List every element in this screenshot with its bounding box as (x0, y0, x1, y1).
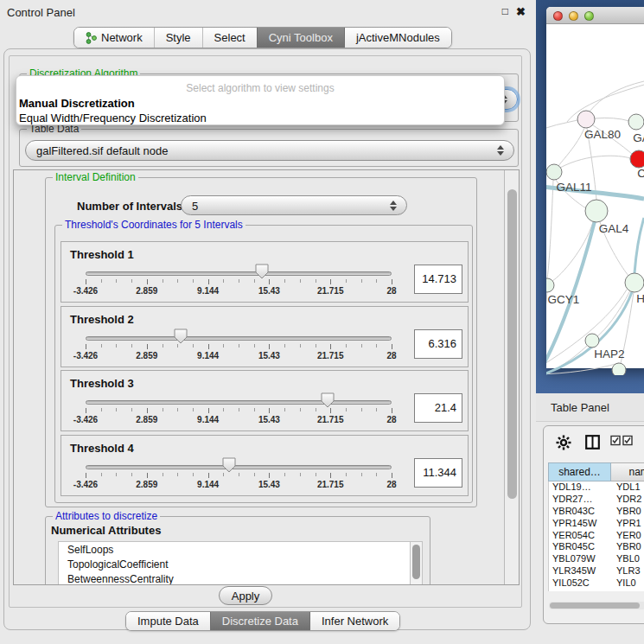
tick-label: 15.43 (239, 480, 299, 489)
tick-mark (147, 408, 148, 413)
threshold-slider-track[interactable] (86, 465, 392, 469)
network-canvas[interactable]: GAL80GACGAL11GAL4GCY1HHAP2 (546, 31, 644, 375)
column-header-shared-name[interactable]: shared… (548, 462, 611, 481)
float-window-icon[interactable]: □ (502, 5, 508, 17)
tick-mark (193, 408, 194, 411)
threshold-slider-thumb[interactable] (321, 392, 335, 408)
table-row[interactable]: YBR045CYBR0 (549, 541, 644, 553)
table-horizontal-scrollbar[interactable] (549, 602, 644, 609)
table-row[interactable]: YLR345WYLR3 (549, 565, 644, 577)
attributes-group: Attributes to discretize Numerical Attri… (45, 516, 430, 585)
apply-button[interactable]: Apply (219, 586, 272, 605)
threshold-slider-track[interactable] (86, 336, 392, 341)
tick-mark (239, 408, 239, 411)
table-data-select[interactable]: galFiltered.sif default node (25, 140, 514, 161)
threshold-slider-thumb[interactable] (174, 328, 188, 344)
tab-jactivemnodules[interactable]: jActiveMNodules (344, 28, 451, 48)
tick-mark (284, 473, 285, 476)
tick-label: 21.715 (300, 351, 360, 360)
tick-mark (239, 279, 239, 283)
tab-infer-network[interactable]: Infer Network (309, 612, 399, 630)
attribute-list-item[interactable]: SelfLoops (59, 542, 410, 557)
tab-impute-data[interactable]: Impute Data (126, 612, 210, 630)
tick-label: -3.426 (55, 480, 116, 489)
tick-mark (269, 473, 270, 478)
network-node[interactable] (546, 164, 562, 180)
viewport-scrollbar[interactable] (504, 170, 519, 584)
tab-select[interactable]: Select (202, 28, 257, 48)
numerical-attributes-label: Numerical Attributes (51, 524, 161, 537)
tick-label: -3.426 (55, 286, 116, 296)
table-row[interactable]: YBR043CYBR0 (549, 506, 644, 518)
tick-label: 2.859 (117, 415, 177, 424)
table-row[interactable]: YDL19…YDL1 (549, 481, 644, 494)
menu-item-manual-discretization[interactable]: Manual Discretization (19, 97, 135, 110)
tick-label: -3.426 (55, 415, 116, 424)
table-row[interactable]: YBL079WYBL0 (549, 553, 644, 565)
tick-mark (208, 279, 209, 284)
number-of-intervals-label: Number of Intervals (77, 200, 182, 213)
threshold-slider-track[interactable] (86, 271, 392, 276)
tick-mark (330, 344, 331, 349)
right-panel: GAL80GACGAL11GAL4GCY1HHAP2 Table Panel (536, 0, 644, 644)
tab-cyni-toolbox[interactable]: Cyni Toolbox (257, 28, 344, 48)
tick-mark (193, 344, 194, 348)
combo-arrows-icon (390, 199, 398, 213)
tick-mark (269, 344, 270, 349)
network-node[interactable] (585, 334, 599, 348)
network-node[interactable] (577, 111, 595, 128)
network-window-titlebar[interactable] (546, 7, 644, 24)
tick-mark (131, 279, 132, 283)
viewport-scrollbar-thumb[interactable] (507, 189, 517, 499)
tick-label: 2.859 (117, 286, 177, 296)
table-row[interactable]: YIL052CYIL0 (549, 577, 644, 590)
threshold-value-field[interactable]: 21.4 (414, 393, 462, 423)
close-traffic-light-icon[interactable] (553, 11, 563, 21)
tab-label: Discretize Data (222, 615, 298, 628)
threshold-value-field[interactable]: 14.713 (414, 265, 462, 294)
tick-mark (86, 344, 86, 349)
number-of-intervals-select[interactable]: 5 (181, 195, 407, 215)
threshold-slider-thumb[interactable] (222, 457, 236, 473)
table-panel-header: Table Panel (536, 393, 644, 422)
network-node[interactable] (630, 150, 644, 168)
gear-icon[interactable] (556, 435, 571, 450)
table-hscroll-thumb[interactable] (550, 603, 640, 609)
tick-mark (163, 344, 163, 348)
threshold-slider-thumb[interactable] (255, 264, 269, 279)
tick-label: 28 (361, 480, 422, 489)
table-row[interactable]: YPR145WYPR1 (549, 518, 644, 530)
show-columns-icon[interactable] (585, 435, 600, 450)
network-node[interactable] (628, 114, 644, 130)
threshold-value-field[interactable]: 11.344 (414, 458, 462, 488)
tick-mark (376, 279, 377, 283)
network-node[interactable] (612, 363, 626, 375)
attribute-list-item[interactable]: TopologicalCoefficient (59, 557, 410, 571)
numerical-attributes-list[interactable]: SelfLoopsTopologicalCoefficientBetweenne… (58, 541, 411, 585)
tab-style[interactable]: Style (154, 28, 202, 48)
tick-mark (392, 408, 392, 413)
attributes-list-scrollbar[interactable] (411, 541, 423, 585)
column-header-name[interactable]: name (611, 462, 644, 481)
node-table: shared… name YDL19…YDL1YDR27…YDR2YBR043C… (548, 462, 644, 591)
close-icon[interactable]: ✖ (516, 5, 526, 18)
network-node[interactable] (585, 200, 608, 222)
menu-item-equal-width-frequency[interactable]: Equal Width/Frequency Discretization (19, 112, 207, 124)
select-rows-checkbox-icons[interactable] (610, 435, 636, 446)
table-panel-title: Table Panel (551, 401, 609, 414)
zoom-traffic-light-icon[interactable] (584, 11, 594, 21)
network-node[interactable] (625, 273, 644, 292)
tab-discretize-data[interactable]: Discretize Data (210, 612, 309, 630)
table-row[interactable]: YDR27…YDR2 (549, 494, 644, 506)
tab-network[interactable]: Network (74, 28, 154, 48)
table-row[interactable]: YER054CYER0 (549, 530, 644, 542)
tick-mark (177, 344, 178, 348)
minimize-traffic-light-icon[interactable] (569, 11, 578, 21)
tick-mark (116, 408, 117, 411)
attribute-list-item[interactable]: BetweennessCentrality (59, 571, 410, 585)
tick-mark (86, 473, 86, 478)
threshold-slider-track[interactable] (86, 400, 392, 405)
threshold-value-field[interactable]: 6.316 (414, 329, 462, 359)
tick-mark (254, 279, 255, 283)
tick-mark (392, 279, 392, 284)
